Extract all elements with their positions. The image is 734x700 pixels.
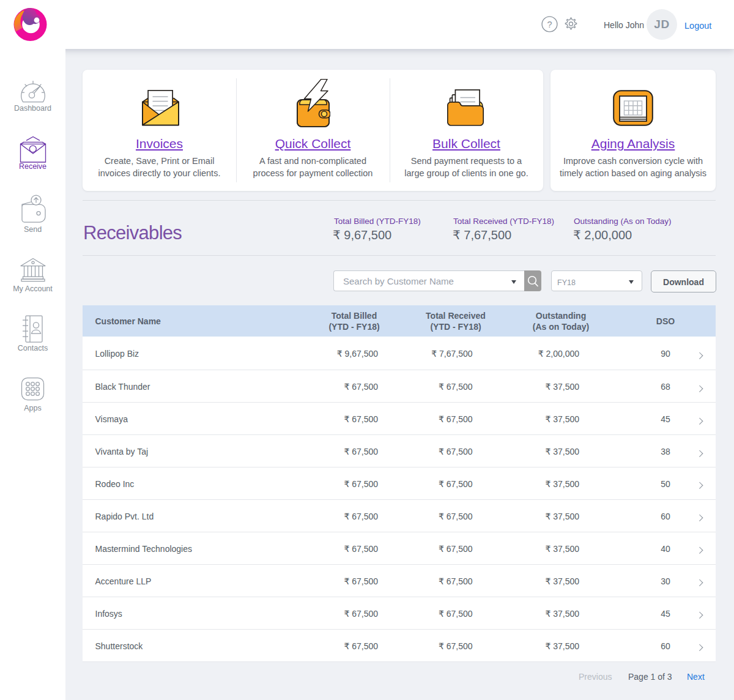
svg-text:?: ?	[547, 20, 552, 29]
